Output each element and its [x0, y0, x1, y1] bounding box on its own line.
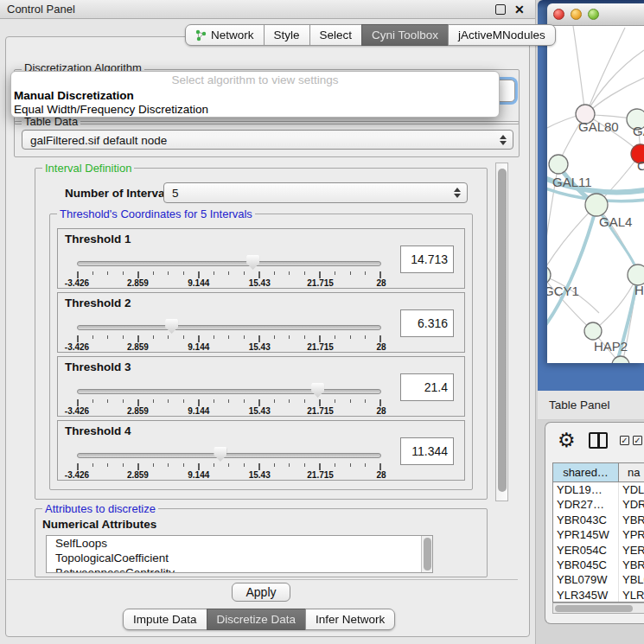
thresholds-group-title: Threshold's Coordinates for 5 Intervals — [57, 207, 255, 220]
algorithm-option-manual-discretization[interactable]: Manual Discretization — [11, 89, 499, 103]
tick-label: 15.43 — [249, 278, 271, 288]
apply-button[interactable]: Apply — [232, 583, 290, 602]
control-panel-titlebar: Control Panel ✕ — [0, 0, 535, 19]
tick-label: -3.426 — [65, 470, 89, 480]
table-row[interactable]: YBR045CYBR0 — [553, 558, 644, 572]
table-row[interactable]: YDL19…YDL1 — [553, 482, 644, 497]
slider-track[interactable] — [77, 261, 381, 266]
close-icon[interactable]: ✕ — [514, 4, 525, 15]
slider-handle-icon[interactable] — [214, 447, 226, 462]
table-horizontal-scrollbar-thumb[interactable] — [555, 605, 633, 612]
threshold-value-field[interactable]: 6.316 — [400, 309, 454, 337]
slider-track[interactable] — [77, 453, 381, 458]
close-traffic-light-icon[interactable] — [553, 9, 564, 20]
network-canvas[interactable]: GAL80 GA C GAL11 GAL4 GCY1 H HAP2 — [547, 26, 644, 363]
interval-pane-scrollbar-thumb[interactable] — [498, 169, 507, 492]
table-row[interactable]: YLR345WYLR3 — [553, 588, 644, 603]
table-row[interactable]: YBL079WYBL0 — [553, 572, 644, 587]
tick-mark — [244, 463, 245, 467]
tick-label: 28 — [376, 470, 386, 480]
split-table-icon[interactable] — [589, 432, 608, 449]
slider-ticks — [77, 271, 381, 278]
slider-tick-labels: -3.4262.8599.14415.4321.71528 — [77, 278, 381, 289]
screen: Control Panel ✕ NetworkStyleSelectCyni T… — [0, 0, 644, 644]
threshold-value-field[interactable]: 11.344 — [400, 437, 454, 465]
threshold-slider[interactable]: -3.4262.8599.14415.4321.71528 — [77, 357, 381, 418]
tick-mark — [198, 335, 200, 342]
tick-mark — [304, 399, 305, 403]
attribute-list-item[interactable]: BetweennessCentrality — [47, 565, 432, 573]
node-gal4[interactable] — [585, 194, 608, 216]
tick-mark — [107, 463, 108, 467]
node-hap2[interactable] — [584, 322, 602, 340]
tick-mark — [335, 463, 335, 467]
tick-mark — [183, 271, 184, 275]
threshold-value-field[interactable]: 21.4 — [400, 373, 454, 401]
checkbox-icon-2[interactable]: ✓ — [633, 436, 642, 445]
table-row[interactable]: YBR043CYBR0 — [553, 513, 644, 527]
column-header-name[interactable]: na — [619, 463, 644, 481]
threshold-slider[interactable]: -3.4262.8599.14415.4321.71528 — [77, 229, 381, 290]
network-window-titlebar[interactable] — [547, 3, 644, 26]
tick-mark — [379, 399, 381, 406]
tick-label: 28 — [376, 342, 386, 352]
algorithm-option-equal-width-frequency[interactable]: Equal Width/Frequency Discretization — [11, 103, 499, 117]
tab-impute-data[interactable]: Impute Data — [123, 609, 207, 630]
table-row[interactable]: YPR145WYPR1 — [553, 527, 644, 542]
minimize-traffic-light-icon[interactable] — [571, 9, 582, 20]
tab-network[interactable]: Network — [185, 24, 265, 46]
table-body: YDL19…YDL1YDR27…YDR2YBR043CYBR0YPR145WYP… — [553, 482, 644, 603]
slider-handle-icon[interactable] — [246, 255, 259, 270]
table-panel-title: Table Panel — [549, 391, 610, 420]
number-of-intervals-value: 5 — [172, 187, 179, 200]
attributes-group: Attributes to discretize Numerical Attri… — [35, 508, 488, 577]
column-header-shared-name[interactable]: shared… — [553, 463, 619, 481]
attribute-list-item[interactable]: TopologicalCoefficient — [47, 551, 432, 565]
tick-label: 28 — [376, 278, 386, 288]
table-row[interactable]: YER054CYER0 — [553, 543, 644, 558]
table-panel-window: ⚙ ✓ ✓ shared… na YDL19…YDL1YDR27…YDR2YBR… — [545, 422, 644, 624]
tick-mark — [319, 271, 321, 278]
tick-mark — [137, 463, 139, 470]
tab-cyni-toolbox[interactable]: Cyni Toolbox — [361, 24, 449, 46]
tick-label: 15.43 — [249, 406, 271, 416]
gear-icon[interactable]: ⚙ — [558, 428, 576, 452]
tab-discretize-data[interactable]: Discretize Data — [207, 609, 307, 630]
tick-mark — [123, 463, 124, 467]
slider-handle-icon[interactable] — [165, 319, 178, 334]
table-horizontal-scrollbar[interactable] — [552, 603, 644, 614]
tab-style[interactable]: Style — [264, 24, 310, 46]
attributes-list-scrollbar-thumb[interactable] — [424, 538, 431, 571]
attribute-list-item[interactable]: SelfLoops — [47, 536, 432, 551]
tab-select[interactable]: Select — [309, 24, 363, 46]
slider-handle-icon[interactable] — [311, 383, 324, 398]
checkbox-icon-1[interactable]: ✓ — [620, 436, 629, 445]
slider-track[interactable] — [77, 389, 381, 394]
threshold-slider[interactable]: -3.4262.8599.14415.4321.71528 — [77, 421, 381, 481]
thresholds-list: Threshold 1 -3.4262.8599.14415.4321.7152… — [50, 225, 472, 481]
threshold-value-field[interactable]: 14.713 — [400, 245, 454, 273]
number-of-intervals-spinner[interactable]: 5 — [163, 182, 468, 203]
number-of-intervals-label: Number of Intervals — [65, 187, 175, 200]
tab-jactivemnodules[interactable]: jActiveMNodules — [448, 24, 556, 46]
node-gcy1[interactable] — [547, 265, 551, 284]
tick-label: 9.144 — [188, 406, 209, 416]
tick-mark — [214, 399, 214, 403]
attributes-list-scrollbar[interactable] — [421, 536, 432, 572]
node-gal11[interactable] — [549, 155, 568, 174]
cell-name: YER0 — [619, 543, 644, 558]
table-row[interactable]: YDR27…YDR2 — [553, 497, 644, 512]
tick-mark — [77, 463, 79, 470]
tick-label: 9.144 — [188, 470, 209, 480]
threshold-slider[interactable]: -3.4262.8599.14415.4321.71528 — [77, 293, 381, 354]
float-window-icon[interactable] — [495, 4, 506, 15]
network-view-background: GAL80 GA C GAL11 GAL4 GCY1 H HAP2 — [538, 0, 644, 391]
window-title: Control Panel — [7, 0, 75, 19]
interval-pane-scrollbar[interactable] — [495, 163, 508, 501]
slider-tick-labels: -3.4262.8599.14415.4321.71528 — [77, 342, 381, 353]
table-data-combobox[interactable]: galFiltered.sif default node — [22, 130, 513, 150]
tab-infer-network[interactable]: Infer Network — [305, 609, 395, 630]
tick-mark — [107, 271, 108, 275]
slider-track[interactable] — [77, 325, 381, 330]
zoom-traffic-light-icon[interactable] — [588, 9, 599, 20]
